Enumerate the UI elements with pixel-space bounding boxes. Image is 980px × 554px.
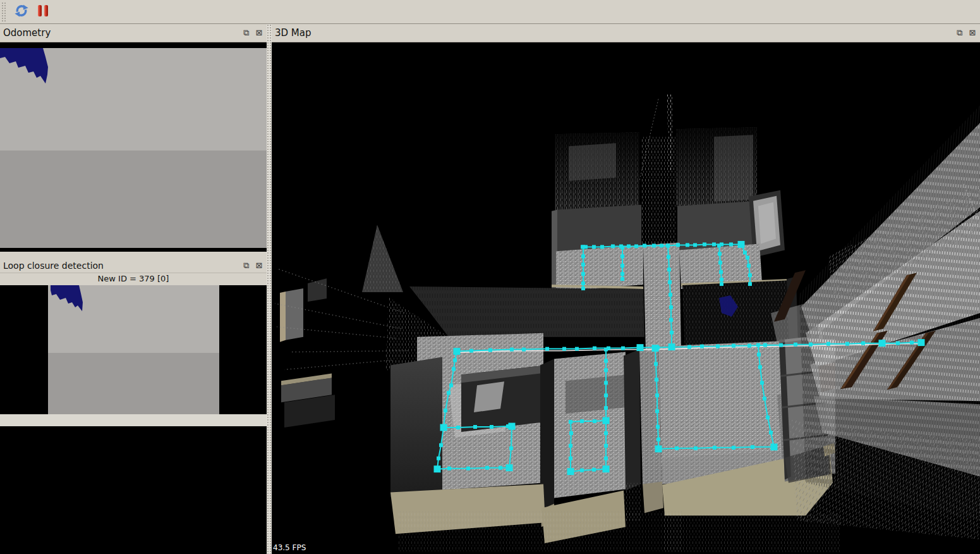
dock-splitter-horizontal[interactable] <box>0 252 267 259</box>
fps-counter: 43.5 FPS <box>273 543 306 552</box>
vertical-splitter[interactable] <box>267 24 272 554</box>
map-dock: 3D Map ⧉ ⊠ <box>272 24 980 554</box>
loop-closure-status: New ID = 379 [0] <box>0 273 267 285</box>
odometry-image-floor <box>0 151 267 248</box>
map-3d-viewport[interactable]: 43.5 FPS <box>272 42 980 554</box>
refresh-button[interactable] <box>11 2 32 22</box>
map-float-button[interactable]: ⧉ <box>955 28 965 38</box>
odometry-titlebar[interactable]: Odometry ⧉ ⊠ <box>0 24 267 42</box>
empty-dock-area <box>0 426 267 554</box>
pause-icon <box>35 3 51 21</box>
loop-closure-title: Loop closure detection <box>0 261 241 271</box>
loop-closure-titlebar[interactable]: Loop closure detection ⧉ ⊠ <box>0 259 267 273</box>
odometry-float-button[interactable]: ⧉ <box>241 28 251 38</box>
loop-closure-float-button[interactable]: ⧉ <box>241 261 251 271</box>
map-title: 3D Map <box>272 27 955 39</box>
loop-image-floor <box>48 353 219 414</box>
left-dock-column: Odometry ⧉ ⊠ Loop closure detection ⧉ ⊠ … <box>0 24 267 554</box>
loop-closure-camera-view[interactable] <box>0 285 267 414</box>
rtabmap-window: Odometry ⧉ ⊠ Loop closure detection ⧉ ⊠ … <box>0 0 980 554</box>
toolbar-drag-handle[interactable] <box>1 2 7 22</box>
toolbar <box>0 0 980 24</box>
odometry-camera-view[interactable] <box>0 42 267 252</box>
odometry-close-button[interactable]: ⊠ <box>254 28 264 38</box>
odometry-title: Odometry <box>0 27 241 39</box>
map-close-button[interactable]: ⊠ <box>967 28 977 38</box>
loop-closure-close-button[interactable]: ⊠ <box>254 261 264 271</box>
refresh-icon <box>13 3 30 21</box>
map-titlebar[interactable]: 3D Map ⧉ ⊠ <box>272 24 980 42</box>
pause-button[interactable] <box>32 2 54 22</box>
dock-separator[interactable] <box>0 414 267 426</box>
